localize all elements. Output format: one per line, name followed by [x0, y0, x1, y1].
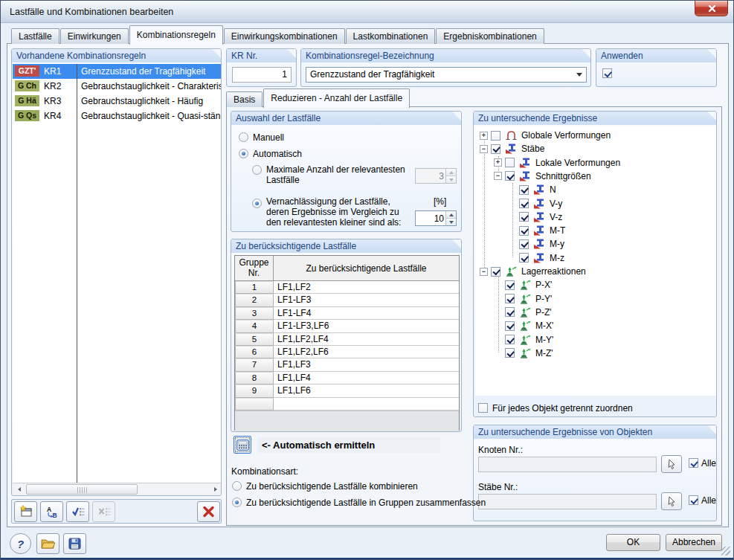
- tree-checkbox[interactable]: [505, 171, 515, 181]
- tree-checkbox[interactable]: [519, 185, 529, 195]
- beam-icon: [533, 212, 546, 222]
- tree-checkbox[interactable]: [491, 144, 500, 154]
- table-row[interactable]: 8LF1,LF4: [235, 372, 459, 384]
- lastfaelle-cell[interactable]: LF1,LF2: [274, 281, 459, 294]
- spin-up-button[interactable]: [446, 211, 456, 218]
- tree-checkbox[interactable]: [505, 280, 515, 290]
- tree-checkbox[interactable]: [519, 226, 529, 236]
- help-button[interactable]: ?: [10, 533, 31, 554]
- tree-label: V-y: [550, 199, 562, 209]
- tab-einwirkungskombinationen[interactable]: Einwirkungskombinationen: [224, 28, 345, 44]
- table-row[interactable]: 9LF1,LF6: [235, 384, 459, 397]
- list-toolbar: AB: [11, 499, 222, 524]
- subtab-reduzieren-anzahl-der-lastf-lle[interactable]: Reduzieren - Anzahl der Lastfälle: [263, 88, 410, 108]
- tree-checkbox[interactable]: [505, 335, 515, 344]
- calculator-icon: [236, 440, 249, 451]
- tree-checkbox[interactable]: [505, 321, 515, 331]
- ok-button[interactable]: OK: [606, 534, 660, 551]
- anwenden-checkbox[interactable]: [602, 68, 612, 78]
- tab-kombinationsregeln[interactable]: Kombinationsregeln: [129, 25, 223, 45]
- delete-rule-button[interactable]: [197, 501, 220, 522]
- scroll-right-arrow[interactable]: [209, 483, 222, 495]
- check-all-button[interactable]: [66, 501, 89, 522]
- cancel-button[interactable]: Abbrechen: [666, 534, 722, 551]
- subtab-basis[interactable]: Basis: [226, 91, 263, 107]
- tree-checkbox[interactable]: [505, 348, 515, 358]
- tree-checkbox[interactable]: [519, 239, 529, 249]
- table-row[interactable]: 2LF1-LF3: [235, 294, 459, 306]
- lastfaelle-cell[interactable]: LF1,LF6: [274, 384, 459, 397]
- tab-ergebniskombinationen[interactable]: Ergebniskombinationen: [436, 28, 544, 44]
- getrennt-zuordnen-checkbox[interactable]: [478, 403, 488, 413]
- scroll-left-arrow[interactable]: [13, 483, 25, 495]
- lastfaelle-cell[interactable]: LF1,LF2,LF6: [274, 346, 459, 358]
- kr-description: Grenzzustand der Tragfähigkeit: [81, 66, 205, 77]
- automatisch-radio[interactable]: [239, 149, 248, 158]
- list-item-kr3[interactable]: G HäKR3Gebrauchstauglichkeit - Häufig: [13, 94, 222, 109]
- table-row[interactable]: 6LF1,LF2,LF6: [235, 346, 459, 358]
- vernachlaessigung-spinner[interactable]: 10: [415, 210, 457, 226]
- list-item-kr1[interactable]: GZT'KR1Grenzzustand der Tragfähigkeit: [13, 64, 222, 79]
- tree-checkbox[interactable]: [519, 199, 529, 208]
- lastfaelle-cell[interactable]: LF1-LF3,LF6: [274, 320, 459, 332]
- collapse-icon[interactable]: −: [480, 268, 488, 276]
- list-item-kr2[interactable]: G ChKR2Gebrauchstauglichkeit - Charakter…: [13, 79, 222, 94]
- collapse-icon[interactable]: −: [494, 172, 502, 180]
- gruppe-nr-cell: 7: [235, 358, 274, 371]
- tree-checkbox[interactable]: [505, 307, 515, 317]
- scrollbar-thumb[interactable]: [26, 484, 138, 495]
- renumber-button[interactable]: AB: [40, 501, 63, 522]
- table-row[interactable]: 1LF1,LF2: [235, 281, 459, 294]
- max-anzahl-radio[interactable]: [252, 165, 262, 175]
- vernachlaessigung-radio[interactable]: [252, 199, 262, 208]
- kr-nr-input[interactable]: 1: [232, 67, 292, 83]
- col-lastfaelle: Zu berücksichtigende Lastfälle: [274, 256, 459, 280]
- table-row[interactable]: 5LF1,LF2,LF4: [235, 333, 459, 346]
- support-icon: [519, 294, 532, 304]
- open-folder-icon: [41, 538, 56, 550]
- horizontal-scrollbar[interactable]: [13, 483, 222, 495]
- staebe-pick-button[interactable]: [661, 492, 682, 510]
- tree-checkbox[interactable]: [519, 253, 529, 263]
- lastfaelle-cell[interactable]: LF1,LF2,LF4: [274, 333, 459, 346]
- tab-lastf-lle[interactable]: Lastfälle: [11, 28, 59, 44]
- collapse-icon[interactable]: −: [480, 145, 488, 153]
- empty-row[interactable]: [235, 398, 459, 411]
- save-button[interactable]: [63, 533, 86, 554]
- table-row[interactable]: 4LF1-LF3,LF6: [235, 320, 459, 332]
- lastfaelle-cell[interactable]: LF1-LF4: [274, 307, 459, 320]
- kombinationsart-radio-1[interactable]: [232, 481, 242, 491]
- tree-spacer: [494, 295, 502, 303]
- tree-checkbox[interactable]: [505, 158, 515, 167]
- tree-checkbox[interactable]: [491, 267, 500, 277]
- tab-lastkombinationen[interactable]: Lastkombinationen: [346, 28, 436, 44]
- tree-spacer: [494, 281, 502, 289]
- tab-einwirkungen[interactable]: Einwirkungen: [60, 28, 129, 44]
- tree-checkbox[interactable]: [505, 294, 515, 303]
- tree-checkbox[interactable]: [491, 131, 500, 141]
- staebe-alle-checkbox[interactable]: [689, 495, 698, 505]
- svg-text:B: B: [52, 512, 57, 519]
- manuell-radio[interactable]: [239, 132, 248, 142]
- tree-item-m-x: M-X': [494, 319, 553, 332]
- table-row[interactable]: 3LF1-LF4: [235, 307, 459, 320]
- knoten-pick-button[interactable]: [661, 455, 682, 473]
- list-item-kr4[interactable]: G QsKR4Gebrauchstauglichkeit - Quasi-stä…: [13, 109, 222, 123]
- knoten-alle-checkbox[interactable]: [689, 458, 698, 468]
- bezeichnung-combobox[interactable]: Grenzzustand der Tragfähigkeit: [306, 67, 587, 83]
- tree-checkbox[interactable]: [519, 212, 529, 222]
- table-row[interactable]: 7LF1,LF3: [235, 358, 459, 371]
- spin-down-button[interactable]: [446, 218, 456, 225]
- close-button[interactable]: [695, 1, 728, 16]
- new-rule-button[interactable]: [14, 501, 37, 522]
- expand-icon[interactable]: +: [494, 158, 502, 167]
- beam-icon: [533, 225, 546, 236]
- lastfaelle-cell[interactable]: LF1-LF3: [274, 294, 459, 306]
- lastfaelle-cell[interactable]: LF1,LF3: [274, 358, 459, 371]
- lastfaelle-cell[interactable]: LF1,LF4: [274, 372, 459, 384]
- kombinationsart-radio-2[interactable]: [232, 498, 242, 507]
- resize-grip[interactable]: [721, 547, 730, 556]
- open-button[interactable]: [36, 533, 59, 554]
- expand-icon[interactable]: +: [480, 132, 488, 140]
- auto-ermitteln-button[interactable]: [234, 436, 251, 454]
